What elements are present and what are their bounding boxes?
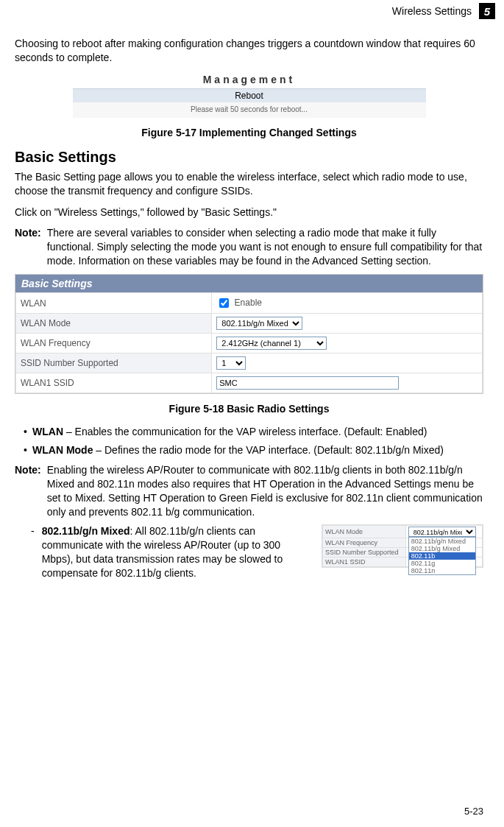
note-1: Note: There are several variables to con…	[15, 226, 483, 268]
mini-mode-value-cell: 802.11b/g/n Mixed 802.11b/g/n Mixed 802.…	[405, 526, 482, 538]
note-2: Note: Enabling the wireless AP/Router to…	[15, 463, 483, 519]
basic-settings-heading: Basic Settings	[15, 149, 483, 166]
note-text: There are several variables to consider …	[47, 226, 483, 268]
mini-mode-select[interactable]: 802.11b/g/n Mixed	[408, 527, 476, 537]
mode-option[interactable]: 802.11g	[409, 560, 475, 567]
bullet-wlan-term: WLAN	[32, 426, 63, 437]
page-header: Wireless Settings 5	[392, 3, 495, 19]
wlan-enable-checkbox[interactable]	[219, 298, 229, 308]
intro-paragraph: Choosing to reboot after making configur…	[15, 37, 483, 65]
mode-option[interactable]: 802.11n	[409, 567, 475, 574]
wlan-frequency-select[interactable]: 2.412GHz (channel 1)	[216, 337, 327, 350]
management-heading: Management	[73, 74, 426, 85]
bullet-wlan-mode-text: – Defines the radio mode for the VAP int…	[93, 444, 444, 456]
bullet-list: WLAN – Enables the communication for the…	[15, 425, 483, 457]
chapter-number-box: 5	[479, 3, 495, 19]
ssid-number-select[interactable]: 1	[216, 356, 246, 370]
mini-ssidnum-label: SSID Number Supported	[323, 548, 406, 557]
mini-freq-label: WLAN Frequency	[323, 538, 406, 548]
mode-option-selected[interactable]: 802.11b	[409, 552, 475, 560]
figure-5-18-panel: Basic Settings WLAN Enable WLAN Mode 802…	[15, 274, 483, 394]
figure-5-17: Management Reboot Please wait 50 seconds…	[15, 74, 483, 118]
mini-wlan1-label: WLAN1 SSID	[323, 557, 406, 567]
sub-bullet-row: - 802.11b/g/n Mixed: All 802.11b/g/n cli…	[15, 524, 483, 580]
reboot-message: Please wait 50 seconds for reboot...	[73, 102, 426, 118]
wlan-mode-dropdown-figure: WLAN Mode 802.11b/g/n Mixed 802.11b/g/n …	[322, 524, 483, 568]
reboot-bar: Reboot	[73, 88, 426, 102]
note-text: Enabling the wireless AP/Router to commu…	[47, 463, 483, 519]
basic-settings-para1: The Basic Setting page allows you to ena…	[15, 170, 483, 198]
mini-mode-dropdown-open[interactable]: 802.11b/g/n Mixed 802.11b/g Mixed 802.11…	[408, 537, 476, 575]
wlan1-ssid-label: WLAN1 SSID	[16, 373, 212, 393]
ssid-num-label: SSID Number Supported	[16, 353, 212, 373]
note-label: Note:	[15, 226, 41, 240]
wlan-enable-cell: Enable	[212, 293, 483, 314]
figure-5-18-caption: Figure 5-18 Basic Radio Settings	[15, 403, 483, 415]
wlan-freq-label: WLAN Frequency	[16, 334, 212, 353]
wlan-mode-select[interactable]: 802.11b/g/n Mixed	[216, 317, 302, 330]
wlan1-ssid-input[interactable]	[216, 376, 399, 390]
mini-mode-label: WLAN Mode	[323, 526, 406, 538]
dash-marker: -	[15, 524, 35, 538]
bullet-wlan-text: – Enables the communication for the VAP …	[63, 426, 427, 437]
page-number: 5-23	[464, 806, 483, 817]
basic-settings-panel-header: Basic Settings	[15, 275, 483, 292]
bullet-wlan-mode: WLAN Mode – Defines the radio mode for t…	[24, 443, 483, 457]
wlan-label: WLAN	[16, 293, 212, 314]
mode-option[interactable]: 802.11b/g/n Mixed	[409, 538, 475, 545]
section-label: Wireless Settings	[392, 5, 472, 17]
wlan-enable-text: Enable	[235, 298, 262, 308]
note-label: Note:	[15, 463, 41, 477]
figure-5-17-caption: Figure 5-17 Implementing Changed Setting…	[15, 127, 483, 138]
sub-bullet-term: 802.11b/g/n Mixed	[42, 525, 130, 537]
bullet-wlan-mode-term: WLAN Mode	[32, 444, 93, 456]
wlan-mode-label: WLAN Mode	[16, 314, 212, 334]
sub-bullet-text: 802.11b/g/n Mixed: All 802.11b/g/n clien…	[42, 524, 311, 580]
mode-option[interactable]: 802.11b/g Mixed	[409, 545, 475, 552]
basic-settings-para2: Click on "Wireless Settings," followed b…	[15, 205, 483, 219]
bullet-wlan: WLAN – Enables the communication for the…	[24, 425, 483, 439]
